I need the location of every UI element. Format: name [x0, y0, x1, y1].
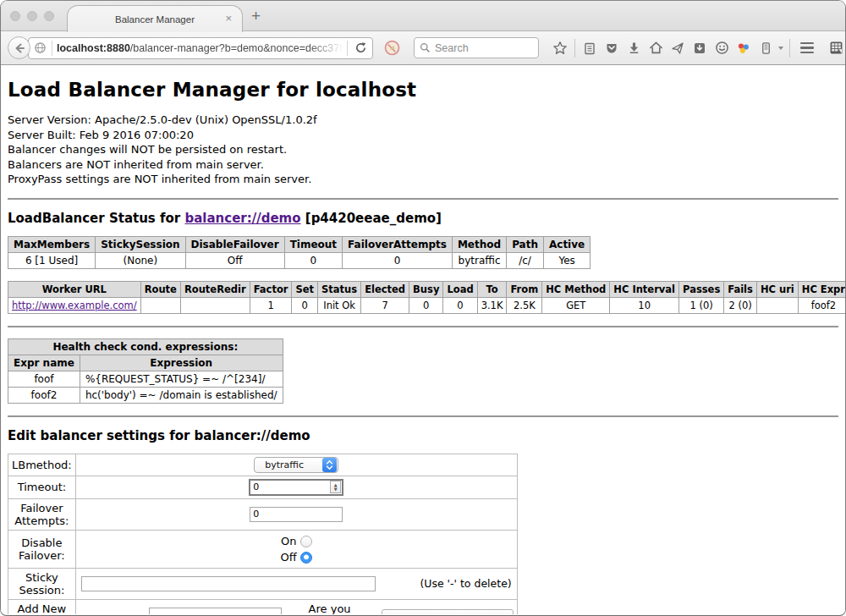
cell-hc-interval: 10 — [610, 297, 679, 313]
reading-list-icon[interactable] — [579, 37, 601, 59]
failover-attempts-input[interactable] — [250, 507, 343, 522]
radio-on-label: On — [281, 535, 296, 547]
lbmethod-select[interactable]: bytraffic — [254, 457, 338, 473]
url-bar[interactable]: localhost:8880/balancer-manager?b=demo&n… — [28, 37, 373, 59]
header-cell: Status — [318, 281, 361, 297]
content-blocked-icon[interactable] — [381, 37, 403, 59]
server-version-line: Server Version: Apache/2.5.0-dev (Unix) … — [8, 113, 838, 128]
cell-factor: 1 — [250, 297, 292, 313]
number-stepper-icon[interactable]: ▲▼ — [330, 481, 341, 493]
download-square-icon[interactable] — [689, 37, 711, 59]
disable-failover-on-radio[interactable] — [300, 536, 312, 547]
pocket-icon[interactable] — [601, 37, 623, 59]
reload-icon[interactable] — [352, 37, 369, 59]
header-cell: DisableFailover — [185, 236, 284, 252]
divider-rule — [8, 198, 838, 200]
confirm-checkbox[interactable] — [382, 609, 514, 614]
balancer-link[interactable]: balancer://demo — [184, 211, 300, 226]
header-cell: HC uri — [756, 281, 798, 297]
sticky-session-label: Sticky Session: — [8, 568, 76, 599]
add-worker-input[interactable] — [149, 608, 282, 615]
cell-expr-name: foof — [8, 371, 80, 387]
chevron-down-icon[interactable] — [778, 47, 783, 50]
proxypass-note-line: ProxyPass settings are NOT inherited fro… — [8, 172, 838, 187]
header-cell: Active — [543, 236, 590, 252]
minimize-window-button[interactable] — [27, 11, 37, 21]
header-cell: Route — [140, 281, 180, 297]
bookmark-star-icon[interactable] — [549, 37, 571, 59]
cell-busy: 0 — [409, 297, 443, 313]
cell-disablefailover: Off — [185, 252, 284, 268]
table-row: 6 [1 Used] (None) Off 0 0 bytraffic /c/ … — [8, 252, 591, 268]
toolbar-divider2 — [789, 39, 790, 58]
page-content: Load Balancer Manager for localhost Serv… — [1, 65, 845, 614]
cell-to: 3.1K — [477, 297, 507, 313]
cell-path: /c/ — [507, 252, 544, 268]
form-row-timeout: Timeout: ▲▼ — [8, 476, 518, 498]
tab-balancer-manager[interactable]: Balancer Manager × — [67, 5, 243, 32]
cell-hc-method: GET — [542, 297, 610, 313]
table-header-row: MaxMembers StickySession DisableFailover… — [8, 236, 591, 252]
select-stepper-icon — [322, 458, 337, 472]
cell-from: 2.5K — [507, 297, 542, 313]
inherit-note-line: Balancers are NOT inherited from main se… — [8, 157, 838, 173]
form-row-add-worker: Add New Worker: Are you sure? — [8, 599, 518, 614]
send-plane-icon[interactable] — [667, 37, 689, 59]
header-cell: Set — [292, 281, 318, 297]
form-row-failover-attempts: Failover Attempts: — [8, 498, 518, 530]
new-tab-button[interactable]: + — [251, 7, 261, 25]
feedback-smiley-icon[interactable] — [711, 37, 733, 59]
divider-rule — [8, 326, 838, 327]
url-input[interactable]: localhost:8880/balancer-manager?b=demo&n… — [57, 42, 343, 54]
header-cell: Worker URL — [8, 281, 141, 297]
cell-hc-expr: foof2 — [798, 297, 845, 313]
device-panel-icon[interactable] — [755, 37, 777, 59]
tab-bar: Balancer Manager × + — [1, 1, 845, 31]
header-cell: RouteRedir — [180, 281, 250, 297]
header-cell: StickySession — [96, 236, 185, 252]
timeout-label: Timeout: — [8, 476, 76, 498]
download-icon[interactable] — [623, 37, 645, 59]
lbmethod-selected-value: bytraffic — [265, 459, 304, 470]
window-controls — [10, 11, 54, 21]
grid-extension-icon[interactable] — [825, 37, 845, 59]
menu-hamburger-icon[interactable] — [796, 37, 818, 59]
hc-expr-row: foof %{REQUEST_STATUS} =~ /^[234]/ — [8, 371, 283, 387]
cell-set: 0 — [292, 297, 318, 313]
header-cell: Method — [452, 236, 506, 252]
cell-expression: %{REQUEST_STATUS} =~ /^[234]/ — [80, 371, 283, 387]
table-title-row: Health check cond. expressions: — [8, 338, 283, 355]
colored-dots-extension-icon[interactable] — [733, 37, 755, 59]
header-cell: Timeout — [284, 236, 342, 252]
table-header-row: Expr name Expression — [8, 355, 283, 371]
tab-title: Balancer Manager — [115, 14, 195, 25]
radio-off-label: Off — [281, 551, 297, 564]
disable-failover-off-radio[interactable] — [300, 552, 312, 564]
health-check-table: Health check cond. expressions: Expr nam… — [8, 338, 283, 404]
header-cell: HC Expr — [798, 281, 845, 297]
cell-expr-name: foof2 — [8, 387, 80, 403]
browser-window: Balancer Manager × + localhost:8880/bala… — [1, 1, 845, 615]
status-heading-prefix: LoadBalancer Status for — [8, 211, 180, 226]
back-button[interactable] — [8, 36, 30, 59]
form-row-lbmethod: LBmethod: bytraffic — [8, 454, 518, 476]
form-row-sticky-session: Sticky Session: (Use '-' to delete) — [8, 568, 518, 599]
tab-close-icon[interactable]: × — [225, 13, 232, 25]
header-cell: Fails — [724, 281, 757, 297]
add-worker-label: Add New Worker: — [8, 599, 76, 614]
timeout-input[interactable] — [250, 481, 330, 492]
cell-stickysession: (None) — [96, 252, 185, 268]
server-built-line: Server Built: Feb 9 2016 07:00:20 — [8, 128, 838, 143]
worker-url-link[interactable]: http://www.example.com/ — [12, 300, 137, 311]
home-icon[interactable] — [645, 37, 667, 59]
header-cell: HC Interval — [610, 281, 679, 297]
hc-expr-row: foof2 hc('body') =~ /domain is establish… — [8, 387, 283, 403]
urlbar-divider — [52, 41, 52, 56]
search-input[interactable] — [435, 42, 519, 54]
search-bar[interactable] — [414, 37, 539, 58]
close-window-button[interactable] — [10, 11, 20, 21]
cell-routeredir — [180, 297, 250, 313]
sticky-session-input[interactable] — [81, 576, 376, 591]
zoom-window-button[interactable] — [44, 11, 54, 21]
status-heading-suffix: [p4420eeae_demo] — [305, 211, 442, 226]
